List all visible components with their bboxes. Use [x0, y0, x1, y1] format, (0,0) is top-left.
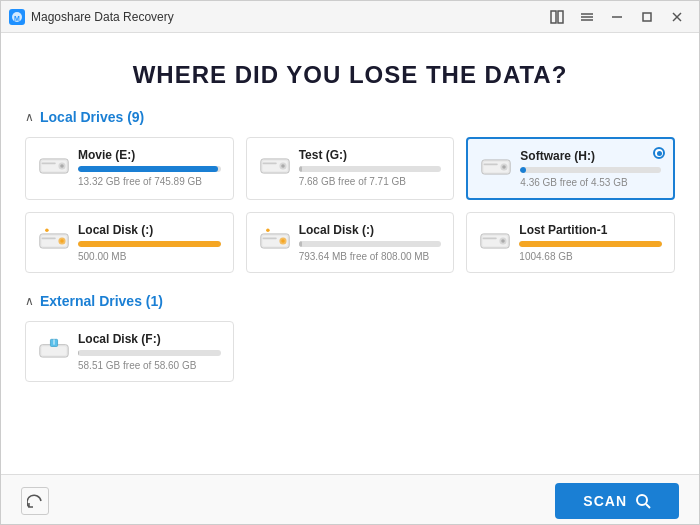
svg-rect-20	[262, 162, 276, 164]
close-button[interactable]	[663, 6, 691, 28]
svg-line-48	[646, 504, 650, 508]
main-content: WHERE DID YOU LOSE THE DATA? ∧ Local Dri…	[1, 33, 699, 525]
progress-bar-bg	[299, 241, 442, 247]
svg-rect-25	[484, 163, 498, 165]
local-drive-card-3[interactable]: Local Disk (:) 500.00 MB	[25, 212, 234, 273]
local-drive-card-4[interactable]: Local Disk (:) 793.64 MB free of 808.00 …	[246, 212, 455, 273]
drive-card-inner: Local Disk (:) 500.00 MB	[38, 223, 221, 262]
drive-info: Movie (E:) 13.32 GB free of 745.89 GB	[78, 148, 221, 187]
menu-button[interactable]	[573, 6, 601, 28]
external-drives-header: ∧ External Drives (1)	[25, 293, 675, 309]
drive-card-inner: Local Disk (:) 793.64 MB free of 808.00 …	[259, 223, 442, 262]
local-drive-card-1[interactable]: Test (G:) 7.68 GB free of 7.71 GB	[246, 137, 455, 200]
drive-info: Local Disk (:) 793.64 MB free of 808.00 …	[299, 223, 442, 262]
drive-name: Test (G:)	[299, 148, 442, 162]
window-controls	[543, 6, 691, 28]
progress-bar-fill	[299, 241, 302, 247]
svg-rect-36	[262, 237, 276, 239]
drive-info: Lost Partition-1 1004.68 GB	[519, 223, 662, 262]
content-area[interactable]: ∧ Local Drives (9) Movie (E:) 13.32 GB f…	[1, 109, 699, 474]
progress-bar-bg	[78, 350, 221, 356]
progress-bar-fill	[519, 241, 662, 247]
svg-rect-2	[551, 11, 556, 23]
drive-info: Local Disk (:) 500.00 MB	[78, 223, 221, 262]
local-drive-card-2[interactable]: Software (H:) 4.36 GB free of 4.53 GB	[466, 137, 675, 200]
selected-radio	[653, 147, 665, 159]
local-drives-header: ∧ Local Drives (9)	[25, 109, 675, 125]
drive-name: Local Disk (:)	[299, 223, 442, 237]
drive-icon	[38, 336, 70, 364]
svg-point-24	[503, 165, 507, 169]
drive-icon	[479, 227, 511, 255]
drive-name: Movie (E:)	[78, 148, 221, 162]
svg-point-37	[266, 229, 270, 233]
progress-bar-bg	[78, 241, 221, 247]
svg-rect-3	[558, 11, 563, 23]
svg-rect-42	[483, 237, 497, 239]
svg-point-19	[281, 164, 285, 168]
app-title: Magoshare Data Recovery	[31, 10, 174, 24]
local-drives-grid: Movie (E:) 13.32 GB free of 745.89 GB Te…	[25, 137, 675, 273]
drive-size: 13.32 GB free of 745.89 GB	[78, 176, 221, 187]
drive-name: Lost Partition-1	[519, 223, 662, 237]
svg-point-31	[45, 229, 49, 233]
drive-size: 1004.68 GB	[519, 251, 662, 262]
drive-icon	[259, 152, 291, 180]
svg-point-41	[502, 239, 506, 243]
external-drives-toggle[interactable]: ∧	[25, 294, 34, 308]
drive-icon	[38, 152, 70, 180]
drive-size: 58.51 GB free of 58.60 GB	[78, 360, 221, 371]
progress-bar-bg	[78, 166, 221, 172]
progress-bar-fill	[78, 166, 218, 172]
local-drives-section: ∧ Local Drives (9) Movie (E:) 13.32 GB f…	[25, 109, 675, 273]
local-drive-card-5[interactable]: Lost Partition-1 1004.68 GB	[466, 212, 675, 273]
page-title-area: WHERE DID YOU LOSE THE DATA?	[1, 33, 699, 109]
svg-rect-8	[643, 13, 651, 21]
local-drives-toggle[interactable]: ∧	[25, 110, 34, 124]
drive-info: Test (G:) 7.68 GB free of 7.71 GB	[299, 148, 442, 187]
svg-rect-30	[42, 237, 56, 239]
drive-card-inner: Software (H:) 4.36 GB free of 4.53 GB	[480, 149, 661, 188]
svg-rect-44	[42, 346, 67, 355]
drive-card-inner: Test (G:) 7.68 GB free of 7.71 GB	[259, 148, 442, 187]
svg-point-14	[60, 164, 64, 168]
external-drive-card-0[interactable]: Local Disk (F:) 58.51 GB free of 58.60 G…	[25, 321, 234, 382]
bottom-bar: SCAN	[1, 474, 699, 525]
external-drives-title: External Drives (1)	[40, 293, 163, 309]
drive-icon	[38, 227, 70, 255]
app-icon: M	[9, 9, 25, 25]
drive-icon	[480, 153, 512, 181]
svg-rect-15	[42, 162, 56, 164]
svg-point-47	[637, 495, 647, 505]
progress-bar-bg	[299, 166, 442, 172]
drive-info: Software (H:) 4.36 GB free of 4.53 GB	[520, 149, 661, 188]
page-title: WHERE DID YOU LOSE THE DATA?	[1, 61, 699, 89]
drive-name: Software (H:)	[520, 149, 661, 163]
drive-size: 7.68 GB free of 7.71 GB	[299, 176, 442, 187]
svg-point-35	[281, 239, 285, 243]
minimize-button[interactable]	[603, 6, 631, 28]
external-drives-grid: Local Disk (F:) 58.51 GB free of 58.60 G…	[25, 321, 675, 382]
scan-label: SCAN	[583, 493, 627, 509]
drive-size: 4.36 GB free of 4.53 GB	[520, 177, 661, 188]
drive-icon	[259, 227, 291, 255]
maximize-button[interactable]	[633, 6, 661, 28]
local-drive-card-0[interactable]: Movie (E:) 13.32 GB free of 745.89 GB	[25, 137, 234, 200]
progress-bar-fill	[299, 166, 302, 172]
svg-point-29	[60, 239, 64, 243]
title-bar: M Magoshare Data Recovery	[1, 1, 699, 33]
progress-bar-fill	[520, 167, 526, 173]
progress-bar-fill	[78, 241, 221, 247]
drive-card-inner: Local Disk (F:) 58.51 GB free of 58.60 G…	[38, 332, 221, 371]
drive-name: Local Disk (F:)	[78, 332, 221, 346]
update-button[interactable]	[21, 487, 49, 515]
drive-size: 793.64 MB free of 808.00 MB	[299, 251, 442, 262]
drive-size: 500.00 MB	[78, 251, 221, 262]
svg-text:M: M	[14, 14, 20, 21]
progress-bar-fill	[78, 350, 79, 356]
local-drives-title: Local Drives (9)	[40, 109, 144, 125]
scan-button[interactable]: SCAN	[555, 483, 679, 519]
drive-card-inner: Lost Partition-1 1004.68 GB	[479, 223, 662, 262]
panels-button[interactable]	[543, 6, 571, 28]
progress-bar-bg	[519, 241, 662, 247]
